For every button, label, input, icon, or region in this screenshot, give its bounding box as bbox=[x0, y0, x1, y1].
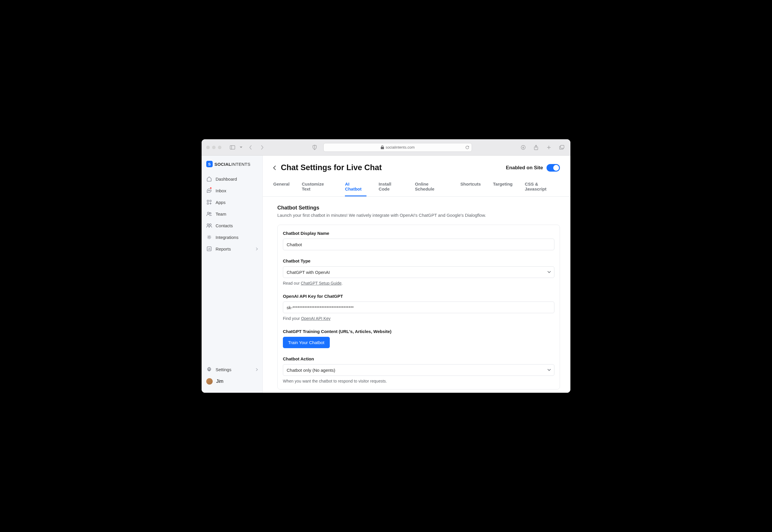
chatbot-action-helper: When you want the chatbot to respond to … bbox=[283, 379, 554, 383]
svg-point-9 bbox=[209, 190, 209, 191]
chatbot-action-label: Chatbot Action bbox=[283, 356, 554, 361]
tab-customize-text[interactable]: Customize Text bbox=[302, 182, 333, 196]
address-bar[interactable]: socialintents.com bbox=[323, 143, 472, 152]
notification-dot bbox=[209, 187, 212, 189]
downloads-icon[interactable] bbox=[519, 143, 527, 152]
logo-text-thin: INTENTS bbox=[231, 162, 251, 167]
svg-point-14 bbox=[207, 212, 209, 214]
svg-rect-13 bbox=[207, 203, 209, 204]
refresh-icon[interactable] bbox=[465, 145, 469, 149]
share-icon[interactable] bbox=[532, 143, 540, 152]
tab-shortcuts[interactable]: Shortcuts bbox=[460, 182, 481, 196]
lock-icon bbox=[381, 145, 384, 149]
maximize-window[interactable] bbox=[218, 146, 221, 149]
display-name-input[interactable] bbox=[283, 239, 554, 250]
enabled-on-site-label: Enabled on Site bbox=[506, 165, 543, 171]
sidebar-item-dashboard[interactable]: Dashboard bbox=[202, 173, 262, 185]
tab-css-javascript[interactable]: CSS & Javascript bbox=[525, 182, 560, 196]
traffic-lights bbox=[206, 146, 221, 149]
browser-back[interactable] bbox=[246, 143, 255, 152]
sidebar-item-label: Settings bbox=[216, 367, 231, 372]
main-content: Chat Settings for Live Chat Enabled on S… bbox=[263, 156, 570, 393]
sidebar-item-label: Reports bbox=[216, 246, 231, 251]
form-container: Chatbot Display Name Chatbot Type Rea bbox=[277, 225, 560, 390]
contacts-icon bbox=[206, 223, 212, 228]
sidebar-item-label: Dashboard bbox=[216, 177, 237, 182]
minimize-window[interactable] bbox=[212, 146, 216, 149]
apps-icon bbox=[206, 199, 212, 205]
svg-rect-12 bbox=[210, 200, 211, 202]
logo[interactable]: S SOCIALINTENTS bbox=[202, 161, 262, 173]
sidebar-item-inbox[interactable]: Inbox bbox=[202, 185, 262, 196]
avatar bbox=[206, 378, 213, 385]
sidebar-item-contacts[interactable]: Contacts bbox=[202, 220, 262, 231]
chatbot-action-select[interactable] bbox=[283, 364, 554, 376]
display-name-label: Chatbot Display Name bbox=[283, 231, 554, 236]
sidebar-item-integrations[interactable]: Integrations bbox=[202, 231, 262, 243]
logo-mark-icon: S bbox=[206, 161, 213, 167]
sidebar-item-reports[interactable]: Reports bbox=[202, 243, 262, 255]
chatbot-type-select[interactable] bbox=[283, 266, 554, 278]
svg-point-16 bbox=[207, 224, 209, 226]
sidebar-item-label: Team bbox=[216, 212, 226, 216]
chevron-right-icon bbox=[256, 247, 258, 251]
url-text: socialintents.com bbox=[386, 145, 415, 149]
privacy-shield-icon[interactable] bbox=[311, 143, 319, 152]
svg-point-15 bbox=[210, 213, 211, 214]
train-chatbot-button[interactable]: Train Your Chatbot bbox=[283, 337, 330, 348]
page-title: Chat Settings for Live Chat bbox=[281, 163, 382, 172]
user-profile[interactable]: Jim bbox=[202, 375, 262, 387]
tab-general[interactable]: General bbox=[273, 182, 290, 196]
tabs: General Customize Text AI Chatbot Instal… bbox=[263, 176, 570, 197]
section-description: Launch your first chatbot in minutes! We… bbox=[277, 213, 560, 218]
sidebar-item-label: Inbox bbox=[216, 188, 226, 193]
sidebar-item-settings[interactable]: Settings bbox=[202, 364, 262, 375]
close-window[interactable] bbox=[206, 146, 210, 149]
tab-online-schedule[interactable]: Online Schedule bbox=[415, 182, 448, 196]
setup-guide-link[interactable]: ChatGPT Setup Guide bbox=[301, 281, 341, 286]
svg-point-17 bbox=[209, 224, 211, 226]
sidebar: S SOCIALINTENTS Dashboard Inbox bbox=[202, 156, 263, 393]
svg-rect-11 bbox=[207, 200, 209, 202]
home-icon bbox=[206, 176, 212, 182]
tab-install-code[interactable]: Install Code bbox=[379, 182, 403, 196]
svg-point-10 bbox=[210, 190, 210, 191]
tab-targeting[interactable]: Targeting bbox=[493, 182, 512, 196]
chevron-right-icon bbox=[256, 368, 258, 371]
svg-rect-0 bbox=[230, 145, 235, 149]
svg-point-8 bbox=[208, 190, 208, 191]
api-key-helper: Find your OpenAI API Key bbox=[283, 316, 554, 321]
svg-point-23 bbox=[209, 369, 210, 370]
team-icon bbox=[206, 211, 212, 217]
chart-icon bbox=[206, 246, 212, 252]
browser-forward[interactable] bbox=[258, 143, 266, 152]
svg-point-18 bbox=[208, 236, 210, 238]
api-key-link[interactable]: OpenAI API Key bbox=[301, 316, 330, 321]
back-button[interactable] bbox=[271, 164, 278, 171]
sidebar-item-label: Integrations bbox=[216, 235, 238, 240]
enabled-toggle[interactable] bbox=[547, 164, 560, 172]
svg-rect-7 bbox=[561, 145, 564, 148]
page-header: Chat Settings for Live Chat Enabled on S… bbox=[263, 156, 570, 176]
chatbot-type-label: Chatbot Type bbox=[283, 258, 554, 263]
sidebar-item-apps[interactable]: Apps bbox=[202, 196, 262, 208]
section-title: Chatbot Settings bbox=[277, 205, 560, 211]
sidebar-item-label: Apps bbox=[216, 200, 225, 205]
sidebar-toggle-icon[interactable] bbox=[228, 143, 237, 152]
sidebar-item-team[interactable]: Team bbox=[202, 208, 262, 220]
sidebar-item-label: Contacts bbox=[216, 223, 233, 228]
browser-toolbar: socialintents.com bbox=[202, 139, 570, 156]
tabs-icon[interactable] bbox=[558, 143, 566, 152]
logo-text-bold: SOCIAL bbox=[214, 162, 231, 167]
training-label: ChatGPT Training Content (URL's, Article… bbox=[283, 329, 554, 334]
new-tab-icon[interactable] bbox=[545, 143, 553, 152]
api-key-label: OpenAI API Key for ChatGPT bbox=[283, 294, 554, 299]
api-key-input[interactable] bbox=[283, 302, 554, 313]
settings-icon bbox=[206, 367, 212, 372]
dropdown-icon[interactable] bbox=[239, 143, 243, 152]
chatbot-type-helper: Read our ChatGPT Setup Guide. bbox=[283, 281, 554, 286]
user-name: Jim bbox=[216, 379, 223, 384]
tab-ai-chatbot[interactable]: AI Chatbot bbox=[345, 182, 366, 196]
gear-icon bbox=[206, 234, 212, 240]
